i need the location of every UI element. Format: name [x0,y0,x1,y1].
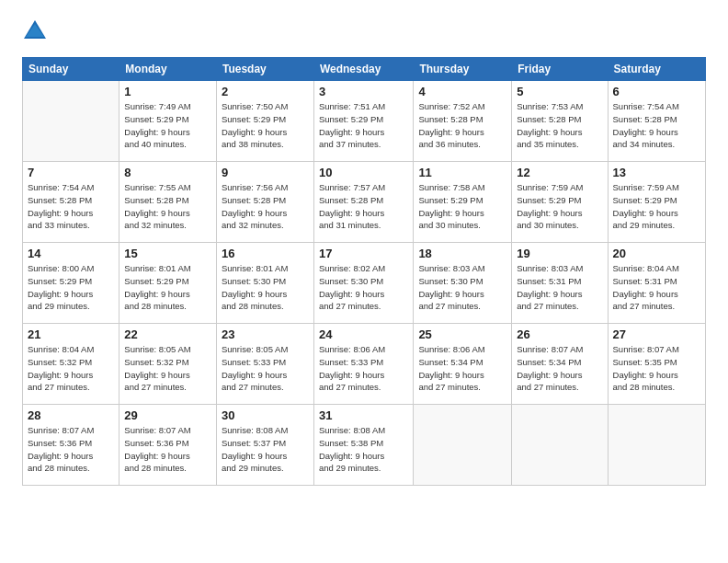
calendar-cell: 16Sunrise: 8:01 AMSunset: 5:30 PMDayligh… [216,243,313,324]
day-number: 1 [124,85,211,98]
calendar-cell: 3Sunrise: 7:51 AMSunset: 5:29 PMDaylight… [313,81,413,162]
day-info: Sunrise: 7:58 AMSunset: 5:29 PMDaylight:… [418,181,506,232]
calendar-header-saturday: Saturday [608,58,705,81]
day-number: 21 [28,327,114,341]
day-info: Sunrise: 7:52 AMSunset: 5:28 PMDaylight:… [418,100,506,151]
day-info: Sunrise: 8:05 AMSunset: 5:33 PMDaylight:… [222,343,309,394]
calendar-header-friday: Friday [512,58,608,81]
calendar-cell: 27Sunrise: 8:07 AMSunset: 5:35 PMDayligh… [608,324,705,405]
calendar-cell: 11Sunrise: 7:58 AMSunset: 5:29 PMDayligh… [414,162,512,243]
day-info: Sunrise: 7:55 AMSunset: 5:28 PMDaylight:… [124,181,211,232]
day-number: 31 [319,408,408,422]
day-number: 17 [319,247,408,260]
day-number: 25 [418,327,506,341]
calendar-week-row: 14Sunrise: 8:00 AMSunset: 5:29 PMDayligh… [23,243,706,324]
calendar-week-row: 28Sunrise: 8:07 AMSunset: 5:36 PMDayligh… [23,405,706,486]
day-number: 30 [222,408,309,422]
calendar-cell: 18Sunrise: 8:03 AMSunset: 5:30 PMDayligh… [414,243,512,324]
calendar-cell: 20Sunrise: 8:04 AMSunset: 5:31 PMDayligh… [608,243,705,324]
calendar-cell: 24Sunrise: 8:06 AMSunset: 5:33 PMDayligh… [313,324,413,405]
calendar-week-row: 7Sunrise: 7:54 AMSunset: 5:28 PMDaylight… [23,162,706,243]
calendar: SundayMondayTuesdayWednesdayThursdayFrid… [22,57,706,486]
day-number: 15 [124,247,211,260]
day-number: 20 [613,247,700,260]
calendar-header-monday: Monday [119,58,217,81]
day-info: Sunrise: 8:03 AMSunset: 5:30 PMDaylight:… [418,262,506,313]
calendar-cell: 22Sunrise: 8:05 AMSunset: 5:32 PMDayligh… [119,324,217,405]
day-number: 8 [124,166,211,179]
calendar-cell: 5Sunrise: 7:53 AMSunset: 5:28 PMDaylight… [512,81,608,162]
day-number: 26 [517,327,602,341]
day-number: 5 [517,85,602,98]
calendar-cell [23,81,119,162]
day-info: Sunrise: 8:01 AMSunset: 5:29 PMDaylight:… [124,262,211,313]
calendar-cell: 25Sunrise: 8:06 AMSunset: 5:34 PMDayligh… [414,324,512,405]
day-info: Sunrise: 8:06 AMSunset: 5:33 PMDaylight:… [319,343,408,394]
calendar-cell: 26Sunrise: 8:07 AMSunset: 5:34 PMDayligh… [512,324,608,405]
calendar-cell: 17Sunrise: 8:02 AMSunset: 5:30 PMDayligh… [313,243,413,324]
day-number: 9 [222,166,309,179]
day-info: Sunrise: 8:03 AMSunset: 5:31 PMDaylight:… [517,262,602,313]
calendar-cell [414,405,512,486]
day-number: 10 [319,166,408,179]
calendar-cell: 10Sunrise: 7:57 AMSunset: 5:28 PMDayligh… [313,162,413,243]
day-info: Sunrise: 8:04 AMSunset: 5:31 PMDaylight:… [613,262,700,313]
calendar-cell: 29Sunrise: 8:07 AMSunset: 5:36 PMDayligh… [119,405,217,486]
day-info: Sunrise: 7:57 AMSunset: 5:28 PMDaylight:… [319,181,408,232]
calendar-cell: 6Sunrise: 7:54 AMSunset: 5:28 PMDaylight… [608,81,705,162]
day-info: Sunrise: 7:56 AMSunset: 5:28 PMDaylight:… [222,181,309,232]
calendar-cell: 2Sunrise: 7:50 AMSunset: 5:29 PMDaylight… [216,81,313,162]
day-number: 4 [418,85,506,98]
day-number: 29 [124,408,211,422]
day-number: 13 [613,166,700,179]
day-info: Sunrise: 8:05 AMSunset: 5:32 PMDaylight:… [124,343,211,394]
day-info: Sunrise: 8:07 AMSunset: 5:34 PMDaylight:… [517,343,602,394]
day-number: 2 [222,85,309,98]
day-number: 19 [517,247,602,260]
day-number: 23 [222,327,309,341]
calendar-header-row: SundayMondayTuesdayWednesdayThursdayFrid… [23,58,706,81]
calendar-cell: 31Sunrise: 8:08 AMSunset: 5:38 PMDayligh… [313,405,413,486]
day-info: Sunrise: 8:02 AMSunset: 5:30 PMDaylight:… [319,262,408,313]
day-info: Sunrise: 8:01 AMSunset: 5:30 PMDaylight:… [222,262,309,313]
calendar-header-thursday: Thursday [414,58,512,81]
calendar-cell: 14Sunrise: 8:00 AMSunset: 5:29 PMDayligh… [23,243,119,324]
logo [22,18,51,44]
day-info: Sunrise: 7:59 AMSunset: 5:29 PMDaylight:… [613,181,700,232]
calendar-cell: 13Sunrise: 7:59 AMSunset: 5:29 PMDayligh… [608,162,705,243]
calendar-cell: 8Sunrise: 7:55 AMSunset: 5:28 PMDaylight… [119,162,217,243]
day-info: Sunrise: 8:06 AMSunset: 5:34 PMDaylight:… [418,343,506,394]
calendar-week-row: 1Sunrise: 7:49 AMSunset: 5:29 PMDaylight… [23,81,706,162]
day-number: 24 [319,327,408,341]
calendar-cell: 12Sunrise: 7:59 AMSunset: 5:29 PMDayligh… [512,162,608,243]
day-number: 28 [28,408,114,422]
calendar-cell [512,405,608,486]
day-number: 14 [28,247,114,260]
day-number: 27 [613,327,700,341]
day-info: Sunrise: 7:51 AMSunset: 5:29 PMDaylight:… [319,100,408,151]
day-number: 11 [418,166,506,179]
day-info: Sunrise: 8:07 AMSunset: 5:36 PMDaylight:… [28,424,114,475]
day-info: Sunrise: 8:08 AMSunset: 5:38 PMDaylight:… [319,424,408,475]
day-number: 6 [613,85,700,98]
day-number: 3 [319,85,408,98]
day-info: Sunrise: 7:54 AMSunset: 5:28 PMDaylight:… [613,100,700,151]
calendar-header-wednesday: Wednesday [313,58,413,81]
page: SundayMondayTuesdayWednesdayThursdayFrid… [0,0,728,563]
day-info: Sunrise: 8:00 AMSunset: 5:29 PMDaylight:… [28,262,114,313]
day-number: 16 [222,247,309,260]
day-info: Sunrise: 7:54 AMSunset: 5:28 PMDaylight:… [28,181,114,232]
day-number: 7 [28,166,114,179]
header [22,18,706,44]
calendar-cell: 4Sunrise: 7:52 AMSunset: 5:28 PMDaylight… [414,81,512,162]
day-info: Sunrise: 8:07 AMSunset: 5:35 PMDaylight:… [613,343,700,394]
day-number: 12 [517,166,602,179]
day-info: Sunrise: 7:50 AMSunset: 5:29 PMDaylight:… [222,100,309,151]
calendar-cell: 30Sunrise: 8:08 AMSunset: 5:37 PMDayligh… [216,405,313,486]
calendar-cell: 19Sunrise: 8:03 AMSunset: 5:31 PMDayligh… [512,243,608,324]
calendar-week-row: 21Sunrise: 8:04 AMSunset: 5:32 PMDayligh… [23,324,706,405]
day-number: 22 [124,327,211,341]
calendar-cell: 23Sunrise: 8:05 AMSunset: 5:33 PMDayligh… [216,324,313,405]
day-info: Sunrise: 7:53 AMSunset: 5:28 PMDaylight:… [517,100,602,151]
day-info: Sunrise: 7:59 AMSunset: 5:29 PMDaylight:… [517,181,602,232]
